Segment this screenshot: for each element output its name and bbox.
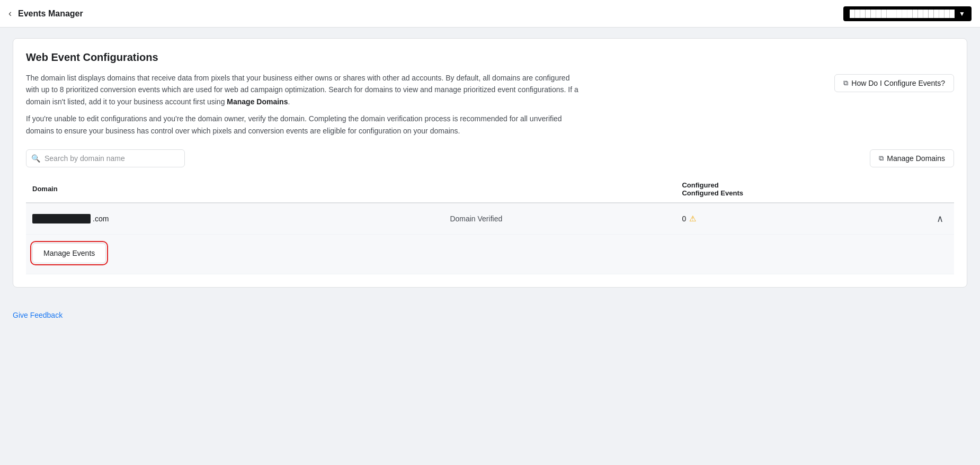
page-title: Web Event Configurations: [26, 51, 954, 64]
external-link-icon-manage: ⧉: [879, 154, 884, 163]
how-to-configure-button[interactable]: ⧉ How Do I Configure Events?: [834, 74, 954, 92]
search-input[interactable]: [26, 149, 185, 167]
main-content: Web Event Configurations The domain list…: [0, 28, 980, 298]
domain-tld: .com: [93, 214, 109, 223]
account-dropdown[interactable]: ████████████████████ ▼: [843, 6, 972, 21]
domain-table: Domain ConfiguredConfigured Events .com: [26, 176, 954, 274]
manage-events-button[interactable]: Manage Events: [32, 243, 106, 263]
top-bar: ‹ Events Manager ████████████████████ ▼: [0, 0, 980, 28]
search-row: 🔍 ⧉ Manage Domains: [26, 149, 954, 167]
domain-cell: .com: [26, 203, 443, 235]
table-body: .com Domain Verified 0 ⚠ ∧: [26, 203, 954, 274]
description-para-1: The domain list displays domains that re…: [26, 72, 582, 108]
status-cell: Domain Verified: [443, 203, 675, 235]
expand-row-button[interactable]: ∧: [932, 211, 948, 227]
column-header-toggle: [907, 176, 954, 203]
back-button[interactable]: ‹: [8, 8, 12, 19]
search-wrapper: 🔍: [26, 149, 185, 167]
manage-domains-link-text: Manage Domains: [227, 97, 288, 106]
table-header: Domain ConfiguredConfigured Events: [26, 176, 954, 203]
column-header-domain: Domain: [26, 176, 443, 203]
events-count: 0: [682, 214, 686, 223]
description-para-2: If you're unable to edit configurations …: [26, 113, 582, 137]
give-feedback-link[interactable]: Give Feedback: [13, 311, 63, 319]
manage-domains-button[interactable]: ⧉ Manage Domains: [870, 149, 954, 167]
configured-events-cell: 0 ⚠: [675, 203, 907, 235]
footer: Give Feedback: [0, 298, 980, 328]
warning-icon: ⚠: [689, 214, 696, 223]
description-section: The domain list displays domains that re…: [26, 72, 954, 137]
column-header-status: [443, 176, 675, 203]
expand-cell: ∧: [907, 203, 954, 235]
expanded-content-cell: Manage Events: [26, 234, 954, 274]
content-card: Web Event Configurations The domain list…: [13, 38, 967, 288]
page-title-bar: Events Manager: [18, 9, 843, 19]
column-header-events: ConfiguredConfigured Events: [675, 176, 907, 203]
external-link-icon: ⧉: [843, 79, 848, 87]
domain-redacted-block: [32, 214, 91, 223]
description-text: The domain list displays domains that re…: [26, 72, 582, 137]
chevron-down-icon: ▼: [959, 10, 965, 17]
expanded-row: Manage Events: [26, 234, 954, 274]
table-row: .com Domain Verified 0 ⚠ ∧: [26, 203, 954, 235]
domain-verified-status: Domain Verified: [450, 214, 502, 223]
dropdown-text: ████████████████████: [850, 10, 955, 18]
